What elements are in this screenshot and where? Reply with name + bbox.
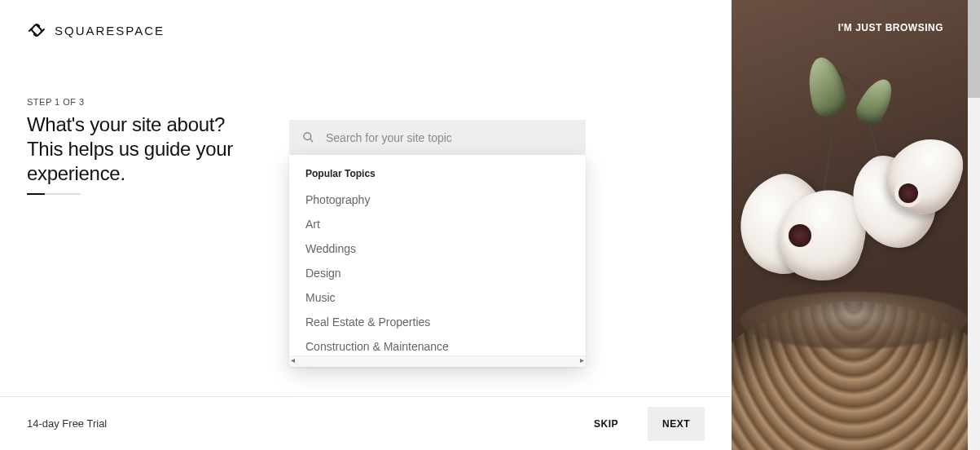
dropdown-horizontal-scrollbar[interactable] [289,355,586,367]
topic-item[interactable]: Photography [305,188,569,212]
topic-item[interactable]: Art [305,212,569,236]
footer-buttons: SKIP NEXT [579,407,705,441]
squarespace-logo-icon [27,20,46,40]
topic-item[interactable]: Weddings [305,236,569,261]
just-browsing-link[interactable]: I'M JUST BROWSING [838,22,943,33]
topic-dropdown-scroll[interactable]: Popular Topics Photography Art Weddings … [289,155,586,355]
decorative-flower-image [732,0,968,450]
headline-line1: What's your site about? [27,113,225,135]
brand-name: SQUARESPACE [55,24,165,38]
topic-item[interactable]: Real Estate & Properties [305,310,569,334]
topic-dropdown: Popular Topics Photography Art Weddings … [289,155,586,367]
topic-item[interactable]: Music [305,285,569,310]
skip-button[interactable]: SKIP [579,407,633,441]
svg-point-0 [304,133,311,140]
progress-bar [27,193,81,195]
step-indicator: STEP 1 OF 3 [27,97,85,107]
headline-line3: experience. [27,162,125,184]
brand-logo[interactable]: SQUARESPACE [27,20,165,40]
page-vertical-scrollbar[interactable]: ▲ [968,0,980,450]
topic-search-input[interactable] [326,131,573,144]
main-content: SQUARESPACE STEP 1 OF 3 What's your site… [0,0,732,450]
topic-item[interactable]: Construction & Maintenance [305,334,569,355]
footer-bar: 14-day Free Trial SKIP NEXT [0,396,732,450]
topic-search-box[interactable] [289,120,586,155]
svg-line-1 [310,139,313,142]
side-image-panel: I'M JUST BROWSING [732,0,968,450]
trial-label: 14-day Free Trial [27,417,107,430]
scrollbar-thumb[interactable] [968,0,980,98]
page-headline: What's your site about? This helps us gu… [27,112,233,186]
topic-item[interactable]: Design [305,261,569,285]
next-button[interactable]: NEXT [648,407,705,441]
dropdown-section-title: Popular Topics [305,168,569,179]
search-icon [302,131,314,143]
headline-line2: This helps us guide your [27,138,233,160]
progress-fill [27,193,45,195]
